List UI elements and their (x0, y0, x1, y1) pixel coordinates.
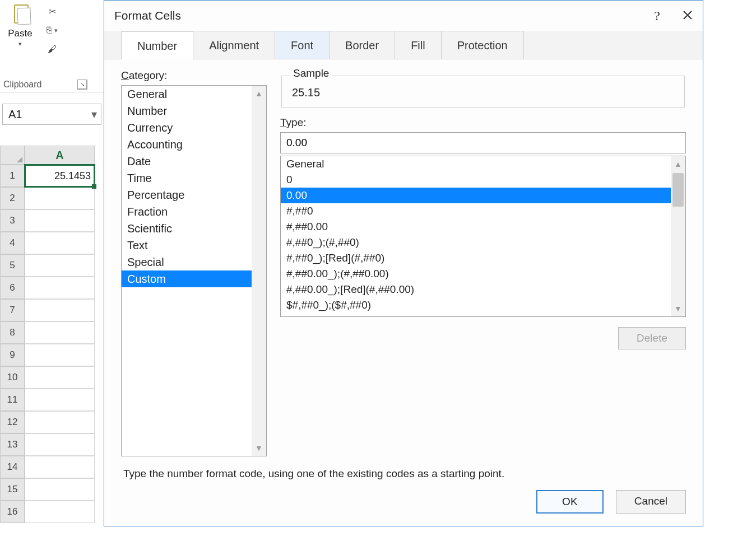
row-header[interactable]: 1 (0, 165, 25, 187)
name-box[interactable]: A1 ▾ (2, 104, 101, 125)
row-header[interactable]: 14 (0, 456, 25, 478)
type-item[interactable]: #,##0_);(#,##0) (281, 235, 685, 250)
category-label: Category: (121, 69, 267, 82)
row-header[interactable]: 16 (0, 501, 25, 523)
row-header[interactable]: 5 (0, 254, 25, 277)
cell[interactable] (25, 254, 95, 277)
help-button[interactable]: ? (654, 8, 660, 24)
cell[interactable] (25, 321, 95, 344)
type-listbox[interactable]: General00.00#,##0#,##0.00#,##0_);(#,##0)… (280, 156, 686, 317)
close-button[interactable] (683, 8, 693, 24)
type-item[interactable]: #,##0.00_);(#,##0.00) (281, 266, 685, 282)
excel-window-left: Paste ▾ ✂ ⎘▾ 🖌 Clipboard ↘ A1 ▾ (0, 0, 104, 560)
scroll-up-icon[interactable]: ▲ (255, 89, 263, 98)
type-item[interactable]: $#,##0_);($#,##0) (281, 297, 685, 313)
row-header[interactable]: 2 (0, 187, 25, 209)
cell[interactable]: 25.1453 (25, 165, 95, 187)
cell[interactable] (25, 277, 95, 299)
cell[interactable] (25, 209, 95, 232)
cell[interactable] (25, 456, 95, 478)
dialog-titlebar[interactable]: Format Cells ? (104, 1, 703, 31)
category-item[interactable]: Scientific (122, 220, 266, 237)
cell[interactable] (25, 478, 95, 501)
scrollbar[interactable]: ▲ ▼ (252, 86, 266, 456)
cell[interactable] (25, 187, 95, 209)
category-item[interactable]: Date (122, 153, 266, 170)
category-item[interactable]: Special (122, 254, 266, 270)
category-item[interactable]: Text (122, 237, 266, 254)
category-item[interactable]: Time (122, 170, 266, 186)
row-header[interactable]: 13 (0, 433, 25, 456)
worksheet-grid[interactable]: A 125.14532345678910111213141516 (0, 146, 95, 523)
row-header[interactable]: 7 (0, 299, 25, 321)
category-item[interactable]: Currency (122, 119, 266, 136)
category-listbox[interactable]: GeneralNumberCurrencyAccountingDateTimeP… (121, 85, 267, 456)
category-item[interactable]: General (122, 86, 266, 102)
format-painter-button[interactable]: 🖌 (43, 41, 62, 57)
row-header[interactable]: 11 (0, 389, 25, 411)
category-item[interactable]: Percentage (122, 186, 266, 203)
type-input[interactable] (280, 132, 686, 153)
tab-font[interactable]: Font (275, 31, 330, 59)
type-item[interactable]: #,##0.00 (281, 219, 685, 235)
tab-number[interactable]: Number (121, 31, 193, 59)
scroll-down-icon[interactable]: ▼ (255, 444, 263, 452)
type-item[interactable]: 0 (281, 172, 685, 188)
chevron-down-icon[interactable]: ▾ (89, 106, 100, 122)
row-header[interactable]: 15 (0, 478, 25, 501)
scroll-down-icon[interactable]: ▼ (674, 304, 682, 313)
tab-alignment[interactable]: Alignment (193, 31, 275, 59)
cut-button[interactable]: ✂ (43, 3, 62, 19)
cell[interactable] (25, 299, 95, 321)
dialog-launcher-icon[interactable]: ↘ (77, 80, 87, 90)
type-item[interactable]: 0.00 (281, 188, 685, 203)
type-item[interactable]: #,##0 (281, 203, 685, 219)
paintbrush-icon: 🖌 (48, 44, 57, 54)
scroll-up-icon[interactable]: ▲ (674, 160, 682, 169)
tab-protection[interactable]: Protection (441, 31, 524, 59)
copy-button[interactable]: ⎘▾ (43, 22, 62, 38)
copy-icon: ⎘ (47, 25, 52, 35)
cancel-button[interactable]: Cancel (616, 490, 686, 514)
clipboard-paste-icon (11, 2, 30, 25)
cell[interactable] (25, 411, 95, 433)
clipboard-ribbon-group: Paste ▾ ✂ ⎘▾ 🖌 Clipboard ↘ (0, 0, 104, 92)
category-item[interactable]: Fraction (122, 203, 266, 220)
cell[interactable] (25, 232, 95, 254)
tab-border[interactable]: Border (329, 31, 395, 59)
column-header-a[interactable]: A (25, 146, 95, 165)
cell[interactable] (25, 389, 95, 411)
select-all-corner[interactable] (0, 146, 25, 165)
close-icon (683, 10, 693, 20)
category-item[interactable]: Custom (122, 270, 266, 287)
row-header[interactable]: 12 (0, 411, 25, 433)
type-item[interactable]: #,##0.00_);[Red](#,##0.00) (281, 282, 685, 297)
row-header[interactable]: 6 (0, 277, 25, 299)
cell[interactable] (25, 433, 95, 456)
sample-value: 25.15 (290, 86, 676, 99)
paste-label: Paste (8, 28, 32, 39)
sample-groupbox: Sample 25.15 (281, 69, 685, 108)
category-item[interactable]: Accounting (122, 136, 266, 153)
category-item[interactable]: Number (122, 102, 266, 119)
type-item[interactable]: $#,##0_);[Red]($#,##0) (281, 313, 685, 317)
row-header[interactable]: 4 (0, 232, 25, 254)
scissors-icon: ✂ (49, 6, 56, 17)
paste-split-button[interactable]: Paste ▾ (3, 1, 37, 48)
type-label: Type: (280, 116, 686, 129)
row-header[interactable]: 9 (0, 344, 25, 366)
tab-fill[interactable]: Fill (395, 31, 442, 59)
row-header[interactable]: 3 (0, 209, 25, 232)
dialog-tabstrip: NumberAlignmentFontBorderFillProtection (104, 31, 703, 59)
cell[interactable] (25, 344, 95, 366)
group-label: Clipboard (3, 80, 41, 90)
cell[interactable] (25, 366, 95, 389)
ok-button[interactable]: OK (536, 490, 604, 514)
row-header[interactable]: 8 (0, 321, 25, 344)
delete-button[interactable]: Delete (618, 327, 686, 349)
cell[interactable] (25, 501, 95, 523)
type-item[interactable]: #,##0_);[Red](#,##0) (281, 250, 685, 266)
row-header[interactable]: 10 (0, 366, 25, 389)
type-item[interactable]: General (281, 156, 685, 172)
scroll-thumb[interactable] (672, 173, 684, 207)
